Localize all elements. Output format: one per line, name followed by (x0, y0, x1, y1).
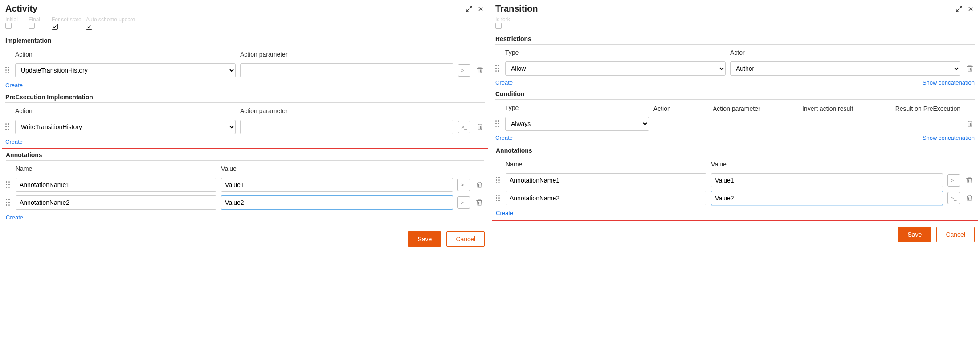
annotation-value-input[interactable] (221, 178, 453, 192)
save-button[interactable]: Save (898, 227, 931, 242)
cancel-button[interactable]: Cancel (936, 227, 975, 242)
annotations-title: Annotations (496, 147, 974, 156)
annotation-value-input[interactable] (221, 195, 453, 210)
flag-final-checkbox[interactable] (29, 23, 35, 29)
expand-icon[interactable] (465, 5, 473, 13)
create-link[interactable]: Create (5, 82, 23, 89)
annotation-value-input[interactable] (711, 173, 943, 187)
show-concat-link[interactable]: Show concatenation (923, 79, 975, 86)
isfork-label: Is fork (495, 16, 510, 23)
drag-handle-icon[interactable] (495, 65, 501, 72)
trash-icon[interactable] (474, 180, 484, 190)
flag-initial-checkbox[interactable] (5, 23, 12, 29)
action-label: Action (15, 107, 236, 114)
annotation-name-input[interactable] (16, 195, 216, 210)
flag-forset-label: For set state (52, 16, 81, 23)
annotation-name-input[interactable] (506, 173, 706, 187)
create-link[interactable]: Create (495, 134, 513, 141)
cond-type-select[interactable]: Always (505, 117, 649, 131)
trash-icon[interactable] (965, 119, 975, 129)
create-link[interactable]: Create (496, 210, 513, 216)
trash-icon[interactable] (475, 65, 485, 75)
value-label: Value (711, 161, 943, 168)
flag-initial-label: Initial (5, 16, 23, 23)
annotations-box: Annotations Name Value >_ (2, 148, 488, 225)
name-label: Name (506, 161, 706, 168)
drag-handle-icon[interactable] (5, 67, 11, 74)
type-select[interactable]: Allow (505, 61, 726, 76)
flag-forset-checkbox[interactable] (52, 24, 58, 30)
terminal-icon[interactable]: >_ (458, 64, 470, 77)
preexec-title: PreExecution Implementation (5, 89, 485, 103)
annotations-box: Annotations Name Value >_ (492, 144, 978, 221)
action-label: Action (15, 51, 236, 58)
trash-icon[interactable] (475, 122, 485, 132)
flag-auto-label: Auto scheme update (86, 16, 148, 23)
drag-handle-icon[interactable] (496, 195, 501, 202)
create-link[interactable]: Create (5, 138, 23, 145)
restrictions-title: Restrictions (495, 31, 975, 45)
close-icon[interactable] (477, 5, 485, 13)
type-label: Type (505, 49, 726, 56)
cond-invert-label: Invert action result (802, 105, 853, 112)
cond-result-label: Result on PreExecution (895, 105, 960, 112)
implementation-title: Implementation (5, 32, 485, 46)
action-parameter-input[interactable] (240, 120, 453, 134)
terminal-icon[interactable]: >_ (458, 121, 470, 133)
cond-action-label: Action (653, 105, 671, 112)
condition-title: Condition (495, 86, 975, 100)
value-label: Value (221, 165, 453, 172)
create-link[interactable]: Create (6, 214, 23, 221)
flag-auto-checkbox[interactable] (86, 24, 92, 30)
flag-final-label: Final (29, 16, 46, 23)
cond-type-label: Type (505, 104, 649, 111)
trash-icon[interactable] (474, 198, 484, 207)
terminal-icon[interactable]: >_ (947, 174, 960, 187)
cond-param-label: Action parameter (713, 105, 760, 112)
transition-title: Transition (495, 4, 955, 14)
terminal-icon[interactable]: >_ (457, 179, 470, 191)
action-select[interactable]: WriteTransitionHistory (15, 120, 236, 134)
annotation-value-input[interactable] (711, 191, 943, 205)
terminal-icon[interactable]: >_ (947, 192, 960, 204)
activity-pane: Activity Initial Final For set state Aut… (0, 0, 490, 252)
create-link[interactable]: Create (495, 79, 513, 86)
save-button[interactable]: Save (408, 231, 441, 247)
cancel-button[interactable]: Cancel (446, 231, 485, 247)
annotations-title: Annotations (6, 151, 484, 161)
activity-title: Activity (5, 4, 465, 14)
name-label: Name (16, 165, 216, 172)
trash-icon[interactable] (965, 64, 975, 73)
action-parameter-input[interactable] (240, 63, 453, 77)
close-icon[interactable] (967, 5, 975, 13)
trash-icon[interactable] (964, 175, 974, 185)
trash-icon[interactable] (964, 193, 974, 203)
action-parameter-label: Action parameter (240, 51, 453, 58)
drag-handle-icon[interactable] (6, 181, 11, 188)
drag-handle-icon[interactable] (5, 123, 11, 130)
actor-select[interactable]: Author (730, 61, 960, 76)
drag-handle-icon[interactable] (496, 177, 501, 184)
transition-pane: Transition Is fork Restrictions Type (490, 0, 980, 252)
drag-handle-icon[interactable] (6, 199, 11, 206)
terminal-icon[interactable]: >_ (457, 196, 470, 209)
annotation-name-input[interactable] (16, 178, 216, 192)
action-select[interactable]: UpdateTransitionHistory (15, 63, 236, 77)
actor-label: Actor (730, 49, 960, 56)
isfork-checkbox[interactable] (495, 23, 502, 29)
expand-icon[interactable] (955, 5, 963, 13)
show-concat-link[interactable]: Show concatenation (923, 134, 975, 141)
drag-handle-icon[interactable] (495, 120, 501, 127)
annotation-name-input[interactable] (506, 191, 706, 205)
action-parameter-label: Action parameter (240, 107, 453, 114)
